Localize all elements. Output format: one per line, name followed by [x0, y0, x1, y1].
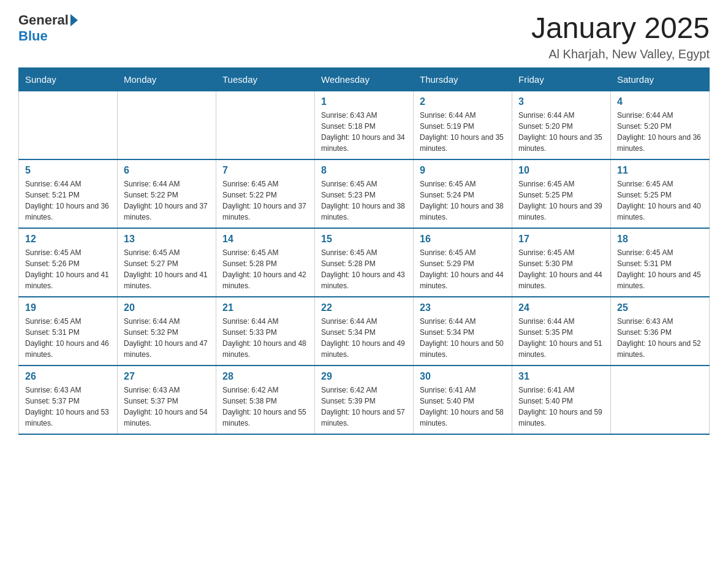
day-info: Sunrise: 6:44 AMSunset: 5:21 PMDaylight:…	[25, 178, 111, 223]
day-info: Sunrise: 6:44 AMSunset: 5:19 PMDaylight:…	[420, 110, 506, 154]
day-number: 1	[321, 96, 407, 107]
day-number: 17	[518, 234, 604, 245]
table-row	[611, 366, 710, 434]
table-row: 3Sunrise: 6:44 AMSunset: 5:20 PMDaylight…	[512, 91, 611, 159]
table-row: 4Sunrise: 6:44 AMSunset: 5:20 PMDaylight…	[611, 91, 710, 159]
calendar-week-row: 1Sunrise: 6:43 AMSunset: 5:18 PMDaylight…	[19, 91, 710, 159]
day-info: Sunrise: 6:44 AMSunset: 5:35 PMDaylight:…	[518, 316, 604, 360]
logo-triangle-icon	[70, 14, 78, 26]
day-info: Sunrise: 6:45 AMSunset: 5:30 PMDaylight:…	[518, 247, 604, 291]
table-row: 23Sunrise: 6:44 AMSunset: 5:34 PMDayligh…	[414, 297, 512, 366]
table-row: 30Sunrise: 6:41 AMSunset: 5:40 PMDayligh…	[414, 366, 512, 434]
table-row: 2Sunrise: 6:44 AMSunset: 5:19 PMDaylight…	[414, 91, 512, 159]
calendar-week-row: 12Sunrise: 6:45 AMSunset: 5:26 PMDayligh…	[19, 228, 710, 297]
day-number: 22	[321, 302, 407, 313]
day-info: Sunrise: 6:44 AMSunset: 5:22 PMDaylight:…	[124, 178, 210, 223]
table-row: 24Sunrise: 6:44 AMSunset: 5:35 PMDayligh…	[512, 297, 611, 366]
logo-blue-text: Blue	[18, 28, 48, 44]
day-number: 9	[420, 165, 506, 176]
day-info: Sunrise: 6:44 AMSunset: 5:32 PMDaylight:…	[124, 316, 210, 360]
table-row	[19, 91, 118, 159]
day-number: 29	[321, 371, 407, 382]
table-row: 13Sunrise: 6:45 AMSunset: 5:27 PMDayligh…	[118, 228, 216, 297]
calendar-week-row: 19Sunrise: 6:45 AMSunset: 5:31 PMDayligh…	[19, 297, 710, 366]
day-info: Sunrise: 6:45 AMSunset: 5:23 PMDaylight:…	[321, 178, 407, 223]
day-number: 18	[617, 234, 703, 245]
day-info: Sunrise: 6:45 AMSunset: 5:24 PMDaylight:…	[420, 178, 506, 223]
calendar-table: Sunday Monday Tuesday Wednesday Thursday…	[18, 67, 710, 435]
header-sunday: Sunday	[19, 67, 118, 91]
day-info: Sunrise: 6:45 AMSunset: 5:22 PMDaylight:…	[222, 178, 308, 223]
table-row: 19Sunrise: 6:45 AMSunset: 5:31 PMDayligh…	[19, 297, 118, 366]
day-info: Sunrise: 6:44 AMSunset: 5:34 PMDaylight:…	[420, 316, 506, 360]
day-info: Sunrise: 6:45 AMSunset: 5:28 PMDaylight:…	[222, 247, 308, 291]
table-row: 12Sunrise: 6:45 AMSunset: 5:26 PMDayligh…	[19, 228, 118, 297]
day-number: 25	[617, 302, 703, 313]
table-row: 7Sunrise: 6:45 AMSunset: 5:22 PMDaylight…	[216, 159, 315, 228]
table-row: 25Sunrise: 6:43 AMSunset: 5:36 PMDayligh…	[611, 297, 710, 366]
day-info: Sunrise: 6:45 AMSunset: 5:31 PMDaylight:…	[617, 247, 703, 291]
day-number: 3	[518, 96, 604, 107]
table-row: 21Sunrise: 6:44 AMSunset: 5:33 PMDayligh…	[216, 297, 315, 366]
title-section: January 2025 Al Kharjah, New Valley, Egy…	[531, 12, 710, 61]
header-wednesday: Wednesday	[315, 67, 414, 91]
day-number: 30	[420, 371, 506, 382]
day-info: Sunrise: 6:45 AMSunset: 5:27 PMDaylight:…	[124, 247, 210, 291]
day-number: 13	[124, 234, 210, 245]
header-monday: Monday	[118, 67, 216, 91]
day-info: Sunrise: 6:44 AMSunset: 5:34 PMDaylight:…	[321, 316, 407, 360]
table-row: 20Sunrise: 6:44 AMSunset: 5:32 PMDayligh…	[118, 297, 216, 366]
table-row: 5Sunrise: 6:44 AMSunset: 5:21 PMDaylight…	[19, 159, 118, 228]
table-row: 26Sunrise: 6:43 AMSunset: 5:37 PMDayligh…	[19, 366, 118, 434]
table-row: 1Sunrise: 6:43 AMSunset: 5:18 PMDaylight…	[315, 91, 414, 159]
day-info: Sunrise: 6:41 AMSunset: 5:40 PMDaylight:…	[518, 385, 604, 429]
header-friday: Friday	[512, 67, 611, 91]
day-number: 23	[420, 302, 506, 313]
day-number: 15	[321, 234, 407, 245]
header-tuesday: Tuesday	[216, 67, 315, 91]
day-number: 28	[222, 371, 308, 382]
day-info: Sunrise: 6:44 AMSunset: 5:20 PMDaylight:…	[617, 110, 703, 154]
table-row: 10Sunrise: 6:45 AMSunset: 5:25 PMDayligh…	[512, 159, 611, 228]
day-info: Sunrise: 6:43 AMSunset: 5:37 PMDaylight:…	[124, 385, 210, 429]
table-row	[118, 91, 216, 159]
table-row: 8Sunrise: 6:45 AMSunset: 5:23 PMDaylight…	[315, 159, 414, 228]
table-row: 6Sunrise: 6:44 AMSunset: 5:22 PMDaylight…	[118, 159, 216, 228]
day-number: 14	[222, 234, 308, 245]
table-row: 29Sunrise: 6:42 AMSunset: 5:39 PMDayligh…	[315, 366, 414, 434]
logo: General Blue	[18, 12, 78, 44]
table-row: 11Sunrise: 6:45 AMSunset: 5:25 PMDayligh…	[611, 159, 710, 228]
table-row: 17Sunrise: 6:45 AMSunset: 5:30 PMDayligh…	[512, 228, 611, 297]
day-number: 10	[518, 165, 604, 176]
table-row	[216, 91, 315, 159]
day-number: 31	[518, 371, 604, 382]
day-number: 7	[222, 165, 308, 176]
day-info: Sunrise: 6:44 AMSunset: 5:20 PMDaylight:…	[518, 110, 604, 154]
table-row: 16Sunrise: 6:45 AMSunset: 5:29 PMDayligh…	[414, 228, 512, 297]
day-info: Sunrise: 6:43 AMSunset: 5:18 PMDaylight:…	[321, 110, 407, 154]
day-number: 24	[518, 302, 604, 313]
day-number: 12	[25, 234, 111, 245]
day-info: Sunrise: 6:43 AMSunset: 5:36 PMDaylight:…	[617, 316, 703, 360]
day-info: Sunrise: 6:45 AMSunset: 5:31 PMDaylight:…	[25, 316, 111, 360]
calendar-subtitle: Al Kharjah, New Valley, Egypt	[531, 47, 710, 61]
day-number: 6	[124, 165, 210, 176]
day-info: Sunrise: 6:42 AMSunset: 5:38 PMDaylight:…	[222, 385, 308, 429]
day-info: Sunrise: 6:45 AMSunset: 5:25 PMDaylight:…	[617, 178, 703, 223]
day-number: 21	[222, 302, 308, 313]
day-number: 5	[25, 165, 111, 176]
table-row: 15Sunrise: 6:45 AMSunset: 5:28 PMDayligh…	[315, 228, 414, 297]
day-info: Sunrise: 6:45 AMSunset: 5:25 PMDaylight:…	[518, 178, 604, 223]
day-info: Sunrise: 6:45 AMSunset: 5:26 PMDaylight:…	[25, 247, 111, 291]
calendar-week-row: 26Sunrise: 6:43 AMSunset: 5:37 PMDayligh…	[19, 366, 710, 434]
day-number: 16	[420, 234, 506, 245]
table-row: 9Sunrise: 6:45 AMSunset: 5:24 PMDaylight…	[414, 159, 512, 228]
table-row: 18Sunrise: 6:45 AMSunset: 5:31 PMDayligh…	[611, 228, 710, 297]
day-info: Sunrise: 6:45 AMSunset: 5:29 PMDaylight:…	[420, 247, 506, 291]
day-number: 26	[25, 371, 111, 382]
header-thursday: Thursday	[414, 67, 512, 91]
day-number: 8	[321, 165, 407, 176]
day-info: Sunrise: 6:41 AMSunset: 5:40 PMDaylight:…	[420, 385, 506, 429]
day-number: 20	[124, 302, 210, 313]
table-row: 28Sunrise: 6:42 AMSunset: 5:38 PMDayligh…	[216, 366, 315, 434]
